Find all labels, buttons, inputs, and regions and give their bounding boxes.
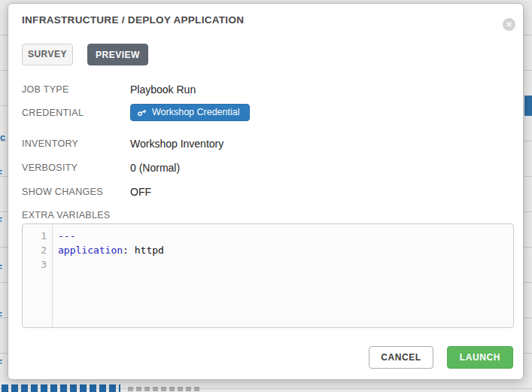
code-line-3 xyxy=(58,257,513,272)
job-type-value: Playbook Run xyxy=(130,84,196,96)
line-number: 1 xyxy=(23,229,47,243)
background-bottom-subtext-fragment xyxy=(128,387,199,391)
credential-badge[interactable]: Workshop Credential xyxy=(130,104,250,121)
inventory-label: INVENTORY xyxy=(22,138,78,149)
verbosity-label: VERBOSITY xyxy=(22,163,78,173)
background-bottom-text-fragment xyxy=(2,384,120,392)
tab-survey[interactable]: SURVEY xyxy=(22,44,73,65)
key-icon xyxy=(135,105,148,119)
extra-variables-label: EXTRA VARIABLES xyxy=(22,210,111,220)
cancel-button[interactable]: CANCEL xyxy=(369,346,433,369)
code-line-2: application: httpd xyxy=(58,243,513,257)
inventory-value: Workshop Inventory xyxy=(130,138,223,150)
tab-preview[interactable]: PREVIEW xyxy=(87,44,148,65)
show-changes-label: SHOW CHANGES xyxy=(22,187,103,197)
yaml-value: : httpd xyxy=(123,245,164,256)
show-changes-value: OFF xyxy=(130,186,151,198)
credential-badge-label: Workshop Credential xyxy=(152,105,240,120)
credential-label: CREDENTIAL xyxy=(22,108,84,118)
editor-line-numbers: 1 2 3 xyxy=(23,224,53,327)
screen: rc F F F F F INFRASTRUCTURE / DEPLOY APP… xyxy=(0,0,532,392)
editor-code: --- application: httpd xyxy=(53,224,513,327)
launch-button[interactable]: LAUNCH xyxy=(447,346,513,369)
close-icon[interactable]: ✕ xyxy=(503,18,515,31)
verbosity-value: 0 (Normal) xyxy=(130,162,180,174)
modal-title: INFRASTRUCTURE / DEPLOY APPLICATION xyxy=(22,14,244,26)
code-line-1: --- xyxy=(58,229,513,243)
job-type-label: JOB TYPE xyxy=(22,84,69,95)
deploy-application-preview-modal: INFRASTRUCTURE / DEPLOY APPLICATION ✕ SU… xyxy=(8,3,524,380)
line-number: 3 xyxy=(23,257,47,272)
yaml-key: application xyxy=(58,245,123,256)
extra-variables-editor[interactable]: 1 2 3 --- application: httpd xyxy=(22,223,514,328)
yaml-doc-start: --- xyxy=(58,230,75,242)
line-number: 2 xyxy=(23,243,47,257)
background-blue-button-fragment xyxy=(524,96,532,116)
